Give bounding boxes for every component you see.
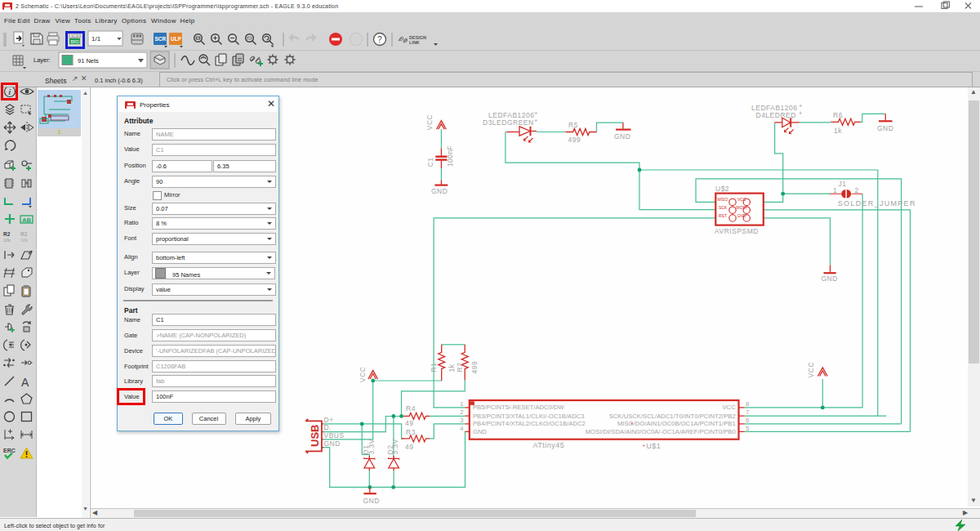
svg-text:SCR: SCR bbox=[155, 36, 167, 42]
svg-text:8: 8 bbox=[746, 400, 749, 408]
svg-text:U$2: U$2 bbox=[715, 185, 729, 193]
svg-text:A: A bbox=[21, 376, 29, 389]
svg-text:+: + bbox=[799, 102, 803, 109]
svg-text:SOLDER_JUMPER: SOLDER_JUMPER bbox=[838, 199, 916, 207]
svg-text:U$1: U$1 bbox=[646, 442, 661, 450]
svg-text:R6: R6 bbox=[833, 111, 843, 119]
svg-text:J1: J1 bbox=[839, 180, 847, 188]
svg-text:R1: R1 bbox=[430, 363, 438, 373]
svg-text:4: 4 bbox=[460, 425, 463, 432]
svg-text:3: 3 bbox=[460, 417, 463, 424]
svg-text:GND: GND bbox=[737, 213, 747, 218]
svg-text:GND: GND bbox=[877, 124, 893, 132]
svg-text:VBUS: VBUS bbox=[324, 431, 345, 440]
svg-text:D4LEDRED: D4LEDRED bbox=[756, 111, 796, 119]
svg-text:MOSI: MOSI bbox=[737, 205, 747, 210]
svg-text:Layer:: Layer: bbox=[33, 56, 51, 64]
svg-text:MISO/DO/AIN1/OC0B/OC1A/PCINT1/: MISO/DO/AIN1/OC0B/OC1A/PCINT1/PB1 bbox=[617, 420, 736, 427]
svg-text:SCK: SCK bbox=[719, 205, 728, 210]
svg-text:VCC: VCC bbox=[425, 114, 434, 130]
svg-text:10k: 10k bbox=[20, 238, 28, 243]
svg-text:GND: GND bbox=[324, 440, 341, 448]
svg-text:GND: GND bbox=[363, 497, 380, 505]
svg-text:PB4/PCINT4/XTAL2/CLKO/OC1B/ADC: PB4/PCINT4/XTAL2/CLKO/OC1B/ADC2 bbox=[473, 420, 586, 427]
svg-text:+: + bbox=[534, 117, 538, 124]
svg-text:C1: C1 bbox=[426, 157, 434, 167]
svg-text:1: 1 bbox=[460, 400, 463, 408]
svg-text:ERC: ERC bbox=[3, 448, 16, 453]
svg-text:SCK/USCK/SCL/ADC1/T0/INT0/PCIN: SCK/USCK/SCL/ADC1/T0/INT0/PCINT2/PB2 bbox=[609, 413, 736, 420]
svg-text:+: + bbox=[534, 109, 538, 117]
svg-text:GND: GND bbox=[473, 428, 487, 435]
svg-text:10k: 10k bbox=[3, 238, 11, 243]
svg-text:AVRISPSMD: AVRISPSMD bbox=[715, 227, 759, 235]
svg-text:?: ? bbox=[377, 35, 382, 44]
svg-text:3.3V: 3.3V bbox=[391, 439, 399, 455]
svg-text:R2: R2 bbox=[3, 231, 11, 237]
svg-text:100nF: 100nF bbox=[446, 145, 454, 167]
svg-text:MOSI/DI/SDA/AIN0/OC0A/-OC1A/AR: MOSI/DI/SDA/AIN0/OC0A/-OC1A/AREF/PCINT0/… bbox=[586, 428, 736, 435]
svg-text:499: 499 bbox=[568, 136, 581, 144]
svg-text:6: 6 bbox=[746, 417, 749, 424]
svg-text:VCC: VCC bbox=[737, 197, 746, 202]
svg-text:PB5/PCINT5/-RESET/ADC0/DW: PB5/PCINT5/-RESET/ADC0/DW bbox=[473, 404, 565, 411]
svg-text:LINK: LINK bbox=[409, 40, 420, 45]
svg-text:VCC: VCC bbox=[723, 404, 737, 411]
svg-text:+: + bbox=[799, 109, 803, 117]
svg-text:49: 49 bbox=[405, 419, 413, 427]
svg-text:AB: AB bbox=[22, 216, 31, 224]
svg-text:499: 499 bbox=[470, 361, 479, 374]
svg-text:VCC: VCC bbox=[359, 367, 367, 382]
svg-text:5: 5 bbox=[746, 425, 749, 432]
svg-text:R4: R4 bbox=[406, 404, 416, 413]
svg-text:3.3V: 3.3V bbox=[368, 439, 376, 455]
svg-text:1: 1 bbox=[833, 186, 837, 194]
svg-text:ATtiny45: ATtiny45 bbox=[533, 441, 565, 449]
svg-text:GND: GND bbox=[614, 132, 630, 141]
svg-text:MISO: MISO bbox=[718, 197, 728, 202]
svg-text:91 Nets: 91 Nets bbox=[78, 57, 99, 65]
svg-text:1/1: 1/1 bbox=[91, 35, 101, 42]
svg-text:R3: R3 bbox=[406, 428, 416, 436]
svg-text:7: 7 bbox=[746, 408, 749, 416]
svg-text:ULP: ULP bbox=[171, 36, 182, 42]
svg-text:R2: R2 bbox=[20, 231, 28, 237]
svg-text:2: 2 bbox=[460, 408, 463, 416]
svg-text:GND: GND bbox=[431, 187, 448, 195]
svg-text:+: + bbox=[643, 443, 646, 448]
svg-text:2: 2 bbox=[855, 186, 859, 194]
svg-text:1k: 1k bbox=[448, 364, 456, 372]
svg-text:D+: D+ bbox=[324, 416, 334, 424]
svg-text:49: 49 bbox=[405, 443, 413, 451]
svg-text:RST: RST bbox=[719, 213, 727, 218]
svg-text:D.: D. bbox=[324, 423, 332, 431]
svg-text:GND: GND bbox=[822, 274, 838, 283]
svg-text:1k: 1k bbox=[834, 127, 842, 135]
svg-text:USB: USB bbox=[309, 425, 321, 447]
svg-text:VCC: VCC bbox=[807, 362, 815, 377]
svg-text:PB3/PCINT3/XTAL1/CLKI/-OC1B/AD: PB3/PCINT3/XTAL1/CLKI/-OC1B/ADC3 bbox=[473, 413, 585, 420]
svg-text:R2: R2 bbox=[456, 363, 464, 373]
svg-text:D3LEDGREEN: D3LEDGREEN bbox=[483, 118, 534, 127]
svg-text:R5: R5 bbox=[568, 121, 578, 129]
